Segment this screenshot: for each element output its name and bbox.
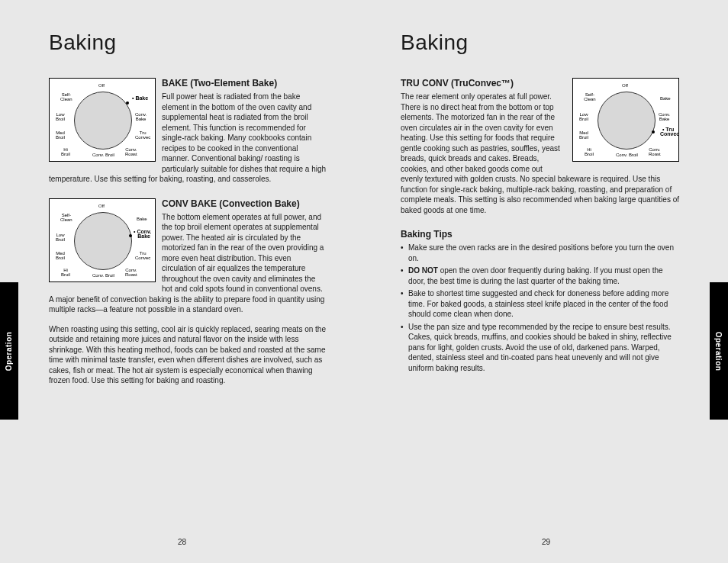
dial-lbl-selfclean: Self-Clean xyxy=(584,92,596,101)
dial-lbl-medbroil: MedBroil xyxy=(56,130,65,140)
dial-lbl-hibroil: HiBroil xyxy=(61,147,70,156)
heading-tips: Baking Tips xyxy=(401,229,679,240)
dial-lbl-selfclean: Self-Clean xyxy=(60,92,72,101)
dial-lbl-hibroil: HiBroil xyxy=(585,147,594,156)
dial-lbl-medbroil: MedBroil xyxy=(56,251,65,260)
dial-diagram-truconv: Off Bake Conv.Bake • Tru Convec Conv.Roa… xyxy=(572,78,679,162)
dial-lbl-off: Off xyxy=(98,83,105,88)
dial-lbl-truconv: TruConvec xyxy=(135,130,150,140)
page-right: Baking Off Bake Conv.Bake • Tru Convec C… xyxy=(364,0,728,563)
dial-lbl-bake: • Bake xyxy=(132,96,148,101)
section-bake: Off • Bake Conv.Bake TruConvec Conv.Roas… xyxy=(49,78,327,185)
dial-lbl-lowbroil: LowBroil xyxy=(56,233,65,242)
do-not-label: DO NOT xyxy=(408,266,440,275)
dial-diagram-bake: Off • Bake Conv.Bake TruConvec Conv.Roas… xyxy=(49,78,156,162)
dial-lbl-bake: Bake xyxy=(660,96,671,101)
page-number-left: 28 xyxy=(0,538,364,546)
dial-lbl-hibroil: HiBroil xyxy=(61,268,70,277)
dial-lbl-convbroil: Conv. Broil xyxy=(616,153,638,157)
tip-text: open the oven door frequently during bak… xyxy=(408,266,663,285)
page-left: Baking Off • Bake Conv.Bake TruConvec Co… xyxy=(0,0,364,563)
dial-lbl-lowbroil: LowBroil xyxy=(579,112,588,121)
dial-lbl-convbake-bold: • Conv. Bake xyxy=(134,230,151,239)
dial-circle xyxy=(598,92,656,150)
dial-pointer xyxy=(126,101,129,105)
dial-lbl-convroast: Conv.Roast xyxy=(649,147,661,156)
dial-circle xyxy=(74,212,132,270)
tip-item: Use the pan size and type recommended by… xyxy=(401,322,679,374)
dial-lbl-convbroil: Conv. Broil xyxy=(92,153,114,157)
dial-lbl-medbroil: MedBroil xyxy=(579,130,588,140)
dial-lbl-selfclean: Self-Clean xyxy=(60,213,72,222)
dial-lbl-convroast: Conv.Roast xyxy=(125,147,137,156)
dial-lbl-convbake: Conv.Bake xyxy=(659,112,670,121)
page-title-right: Baking xyxy=(401,31,679,55)
tips-list: Make sure the oven racks are in the desi… xyxy=(401,243,679,373)
dial-lbl-convbake: Conv.Bake xyxy=(135,112,147,121)
dial-pointer xyxy=(652,130,655,134)
dial-circle xyxy=(74,92,132,150)
dial-lbl-bake: Bake xyxy=(137,217,147,221)
dial-lbl-truconv: TruConvec xyxy=(135,251,150,260)
side-tab-right: Operation xyxy=(710,282,728,420)
tip-item: DO NOT open the oven door frequently dur… xyxy=(401,265,679,286)
side-tab-text-left: Operation xyxy=(5,331,14,371)
dial-pointer xyxy=(129,234,132,237)
dial-lbl-convbroil: Conv. Broil xyxy=(92,273,114,278)
side-tab-text-right: Operation xyxy=(715,331,723,371)
side-tab-left: Operation xyxy=(0,282,18,420)
text-convbake-2: When roasting using this setting, cool a… xyxy=(49,324,327,386)
section-truconv: Off Bake Conv.Bake • Tru Convec Conv.Roa… xyxy=(401,78,679,215)
tip-item: Make sure the oven racks are in the desi… xyxy=(401,243,679,263)
dial-lbl-off: Off xyxy=(98,204,105,208)
dial-lbl-off: Off xyxy=(622,83,628,88)
dial-lbl-convroast: Conv.Roast xyxy=(125,268,137,277)
page-title-left: Baking xyxy=(49,31,327,55)
page-spread: Baking Off • Bake Conv.Bake TruConvec Co… xyxy=(0,0,728,563)
tip-item: Bake to shortest time suggested and chec… xyxy=(401,288,679,320)
page-number-right: 29 xyxy=(364,538,728,546)
section-convbake: Off Bake • Conv. Bake TruConvec Conv.Roa… xyxy=(49,198,327,386)
dial-diagram-convbake: Off Bake • Conv. Bake TruConvec Conv.Roa… xyxy=(49,198,156,282)
dial-lbl-lowbroil: LowBroil xyxy=(56,112,65,121)
dial-lbl-truconv-bold: • Tru Convec xyxy=(657,127,679,137)
